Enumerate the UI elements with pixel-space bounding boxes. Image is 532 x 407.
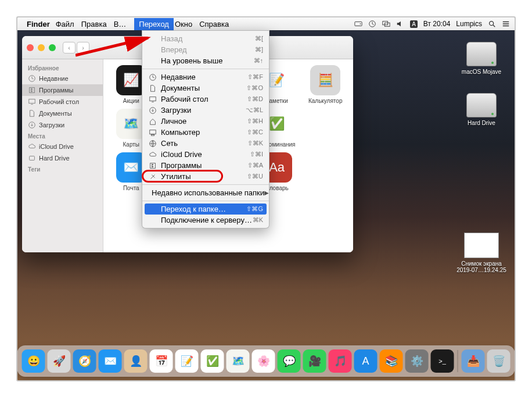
zoom-button[interactable] (49, 44, 56, 51)
sidebar-item[interactable]: Документы (22, 108, 103, 119)
desktop-icon[interactable]: macOS Mojave (455, 42, 508, 75)
dock-calendar[interactable]: 📅 (150, 349, 173, 373)
dock-maps[interactable]: 🗺️ (227, 349, 250, 373)
sidebar-item[interactable]: iCloud Drive (22, 141, 103, 152)
timemachine-icon[interactable] (368, 20, 376, 28)
menu-shortcut: ⇧⌘C (247, 128, 263, 136)
menu-item-label: Недавно использованные папки (152, 188, 264, 197)
sidebar-section-header: Места (22, 131, 103, 141)
clock-icon (28, 74, 36, 83)
displays-icon[interactable] (382, 20, 390, 28)
menu-item[interactable]: Сеть⇧⌘K (142, 138, 269, 149)
menu-item[interactable]: Переход к папке…⇧⌘G (145, 204, 267, 215)
menu-shortcut: ⇧⌘U (247, 173, 263, 180)
dock-facetime[interactable]: 🎥 (303, 349, 326, 373)
sidebar-item[interactable]: Недавние (22, 73, 103, 84)
sidebar-item[interactable]: Hard Drive (22, 152, 103, 164)
doc-icon (28, 109, 36, 117)
menu-item-label: Утилиты (161, 172, 247, 181)
util-icon (148, 172, 157, 181)
svg-rect-12 (150, 163, 156, 168)
sidebar-item[interactable]: Рабочий стол (22, 96, 103, 108)
menu-item[interactable]: Компьютер⇧⌘C (142, 127, 269, 138)
menu-правка[interactable]: Правка (81, 20, 107, 28)
sidebar-item-label: Недавние (39, 75, 69, 82)
sidebar-item-label: Рабочий стол (39, 98, 79, 105)
app-name[interactable]: Finder (27, 20, 50, 28)
desktop-icon[interactable]: Снимок экрана 2019-07…19.24.25 (455, 233, 508, 273)
dock-photos[interactable]: 🌸 (252, 349, 275, 373)
sidebar-item-label: Документы (39, 110, 72, 117)
menu-shortcut: ⇧⌘A (247, 162, 263, 169)
dock-finder[interactable]: 😀 (22, 349, 45, 373)
notification-center-icon[interactable] (502, 20, 510, 28)
menu-item[interactable]: Личное⇧⌘H (142, 116, 269, 127)
menu-item[interactable]: Недавно использованные папки▶ (142, 187, 269, 198)
submenu-arrow-icon: ▶ (264, 190, 269, 196)
input-source-icon[interactable]: A (410, 20, 418, 28)
sidebar-item[interactable]: Программы (22, 84, 103, 96)
desktop-icon (28, 98, 36, 106)
desktop-wallpaper: Finder ФайлПравкаВ…ПереходОкноСправка A … (17, 17, 515, 380)
menu-item-label: Компьютер (161, 128, 247, 137)
clock-icon (148, 73, 157, 82)
menu-переход[interactable]: Переход (134, 18, 174, 30)
svg-point-1 (360, 23, 361, 24)
minimize-button[interactable] (38, 44, 45, 51)
menu-shortcut: ⇧⌘I (250, 151, 263, 158)
volume-icon[interactable] (396, 20, 404, 28)
menu-item-label: Личное (161, 117, 247, 126)
menu-shortcut: ⇧⌘O (246, 84, 263, 92)
menu-item[interactable]: Программы⇧⌘A (142, 160, 269, 171)
dock-contacts[interactable]: 👤 (124, 349, 148, 373)
menu-item[interactable]: Рабочий стол⇧⌘D (142, 94, 269, 105)
dock-launchpad[interactable]: 🚀 (48, 349, 71, 373)
menu-item-label: Загрузки (161, 106, 246, 115)
back-button[interactable]: ‹ (63, 42, 76, 53)
menu-shortcut: ⌥⌘L (246, 106, 263, 114)
menu-окно[interactable]: Окно (175, 20, 192, 28)
menu-item[interactable]: Утилиты⇧⌘U (142, 171, 269, 182)
desktop-icon[interactable]: Hard Drive (455, 93, 508, 126)
desktop-icon (148, 95, 157, 104)
spotlight-icon[interactable] (488, 20, 496, 28)
sidebar-item-label: Загрузки (39, 122, 64, 128)
menu-item[interactable]: Подключение к серверу…⌘K (142, 215, 269, 226)
dock-downloads[interactable]: 📥 (462, 349, 485, 373)
menu-item[interactable]: Документы⇧⌘O (142, 83, 269, 94)
dock-itunes[interactable]: 🎵 (329, 349, 352, 373)
disk-icon[interactable] (354, 20, 362, 28)
dock-ibooks[interactable]: 📚 (380, 349, 403, 373)
svg-rect-15 (30, 88, 35, 93)
menu-item-label: Переход к папке… (161, 205, 246, 213)
app-icon[interactable]: 🧮Калькулятор (302, 65, 348, 104)
dock-mail[interactable]: ✉️ (99, 349, 122, 373)
menu-item-label: Документы (161, 84, 246, 92)
harddrive-icon (466, 93, 497, 117)
menu-item[interactable]: Недавние⇧⌘F (142, 72, 269, 83)
app-icon-image: 🧮 (310, 65, 340, 95)
dock-trash[interactable]: 🗑️ (487, 349, 511, 373)
menu-item[interactable]: iCloud Drive⇧⌘I (142, 149, 269, 160)
menu-файл[interactable]: Файл (56, 20, 74, 28)
menu-item-label: На уровень выше (161, 56, 254, 65)
menu-item-label: Вперед (161, 45, 255, 54)
traffic-lights (27, 44, 56, 51)
dock-notes[interactable]: 📝 (175, 349, 199, 373)
menu-справка[interactable]: Справка (199, 20, 229, 28)
user-name[interactable]: Lumpics (456, 20, 482, 28)
svg-rect-10 (151, 134, 154, 135)
menu-вид[interactable]: В… (114, 20, 127, 28)
dock-settings[interactable]: ⚙️ (405, 349, 429, 373)
close-button[interactable] (27, 44, 34, 51)
menu-item[interactable]: На уровень выше⌘↑ (142, 55, 269, 66)
dock-messages[interactable]: 💬 (278, 349, 301, 373)
forward-button[interactable]: › (77, 42, 89, 53)
dock-appstore[interactable]: A (354, 349, 378, 373)
clock[interactable]: Вт 20:04 (423, 20, 450, 28)
dock-reminders[interactable]: ✅ (201, 349, 224, 373)
dock-safari[interactable]: 🧭 (73, 349, 96, 373)
dock-terminal[interactable]: >_ (431, 349, 454, 373)
menu-item[interactable]: Загрузки⌥⌘L (142, 105, 269, 116)
sidebar-item[interactable]: Загрузки (22, 119, 103, 131)
